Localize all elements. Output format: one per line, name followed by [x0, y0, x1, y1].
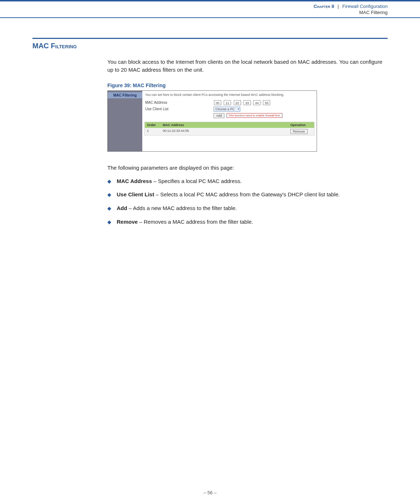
list-item: Add – Adds a new MAC address to the filt…	[107, 204, 388, 212]
params-intro: The following parameters are displayed o…	[107, 165, 388, 171]
mac-octet-group: 00: 11: 22: 33: 44: 55	[214, 100, 271, 105]
shot-description: You can set here to block certain client…	[142, 91, 317, 100]
param-desc: – Specifies a local PC MAC address.	[152, 178, 242, 184]
mac-sep: :	[222, 101, 223, 105]
mac-octet-input[interactable]: 22	[234, 100, 241, 105]
td-order: 1	[145, 128, 161, 135]
shot-tab[interactable]: MAC Filtering	[108, 92, 142, 98]
mac-octet-input[interactable]: 33	[243, 100, 251, 105]
intro-text: You can block access to the Internet fro…	[107, 58, 388, 74]
mac-filter-table: Order MAC Address Operation 1 00:11:22:3…	[144, 122, 314, 135]
th-order: Order	[145, 122, 161, 128]
remove-button[interactable]: Remove	[290, 129, 308, 134]
table-header-row: Order MAC Address Operation	[145, 122, 314, 128]
add-button-row: Add This function need to enable firewal…	[145, 113, 314, 118]
mac-sep: :	[261, 101, 262, 105]
shot-form: MAC Address 00: 11: 22: 33: 44: 55 Use C…	[142, 100, 317, 118]
mac-sep: :	[231, 101, 232, 105]
th-operation: Operation	[288, 122, 314, 128]
td-mac: 00:11:22:33:44:55	[161, 128, 288, 135]
list-item: MAC Address – Specifies a local PC MAC a…	[107, 177, 388, 185]
param-desc: – Removes a MAC address from the filter …	[138, 219, 253, 225]
section-heading: MAC Filtering	[32, 42, 388, 50]
mac-octet-input[interactable]: 11	[224, 100, 231, 105]
th-mac: MAC Address	[161, 122, 288, 128]
mac-sep: :	[241, 101, 242, 105]
add-button[interactable]: Add	[214, 113, 224, 118]
mac-address-label: MAC Address	[145, 101, 214, 104]
mac-octet-input[interactable]: 00	[214, 100, 221, 105]
param-list: MAC Address – Specifies a local PC MAC a…	[107, 177, 388, 226]
header-title: Firewall Configuration	[342, 4, 388, 9]
param-term: Add	[117, 205, 127, 211]
use-client-list-row: Use Client List Choose a PC	[145, 107, 314, 112]
param-desc: – Selects a local PC MAC address from th…	[154, 191, 340, 197]
heading-rest: iltering	[55, 42, 77, 50]
page-header: Chapter 8 | Firewall Configuration MAC F…	[0, 0, 420, 18]
mac-octet-input[interactable]: 55	[263, 100, 270, 105]
section-rule	[32, 38, 388, 39]
list-item: Use Client List – Selects a local PC MAC…	[107, 191, 388, 199]
heading-main: MAC F	[32, 42, 55, 50]
shot-main: You can set here to block certain client…	[142, 91, 317, 151]
param-term: Use Client List	[117, 191, 154, 197]
body-column: You can block access to the Internet fro…	[107, 58, 388, 226]
mac-address-row: MAC Address 00: 11: 22: 33: 44: 55	[145, 100, 314, 105]
list-item: Remove – Removes a MAC address from the …	[107, 218, 388, 226]
table-row: 1 00:11:22:33:44:55 Remove	[145, 128, 314, 135]
td-operation: Remove	[288, 128, 314, 135]
shot-sidebar: MAC Filtering	[108, 91, 142, 151]
figure-caption: Figure 39: MAC Filtering	[107, 82, 388, 88]
param-term: Remove	[117, 219, 138, 225]
page-footer: – 56 –	[0, 490, 420, 495]
mac-octet-input[interactable]: 44	[253, 100, 260, 105]
firewall-warning: This function need to enable firewall fi…	[227, 113, 282, 118]
page-number: – 56 –	[204, 490, 216, 495]
client-list-select[interactable]: Choose a PC	[214, 107, 240, 112]
header-subsection: MAC Filtering	[0, 10, 388, 15]
use-client-list-label: Use Client List	[145, 107, 214, 111]
page-content: MAC Filtering You can block access to th…	[0, 18, 420, 226]
param-term: MAC Address	[117, 178, 152, 184]
chapter-label: Chapter 8	[313, 4, 334, 9]
header-separator: |	[338, 4, 339, 9]
param-desc: – Adds a new MAC address to the filter t…	[127, 205, 237, 211]
figure-screenshot: MAC Filtering You can set here to block …	[107, 90, 317, 152]
mac-sep: :	[251, 101, 252, 105]
